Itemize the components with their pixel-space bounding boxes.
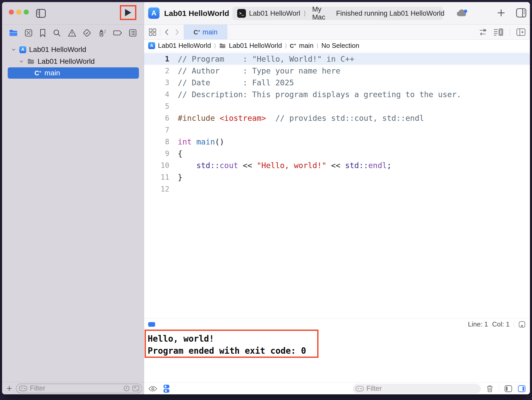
annotation-box-run bbox=[120, 5, 136, 20]
editor-column: C+ main A Lab01 HelloWorld ⟩ Lab01 Hello… bbox=[144, 25, 530, 394]
plus-icon bbox=[496, 8, 506, 18]
app-icon-letter: A bbox=[21, 47, 24, 52]
breadcrumb-project[interactable]: Lab01 HelloWorld bbox=[158, 42, 211, 50]
add-file-button[interactable] bbox=[6, 385, 13, 392]
console-output-text: Hello, world! Program ended with exit co… bbox=[148, 333, 306, 357]
line-number[interactable]: 3 bbox=[144, 78, 169, 87]
breakpoints-navigator-tab[interactable] bbox=[113, 29, 122, 37]
console-filter-input[interactable] bbox=[366, 385, 478, 393]
toggle-debug-area-button[interactable] bbox=[518, 321, 526, 328]
destination-selector[interactable]: My Mac bbox=[312, 5, 325, 21]
code-line-1[interactable]: 1// Program : "Hello, World!" in C++ bbox=[144, 53, 530, 65]
line-number[interactable]: 2 bbox=[144, 67, 169, 75]
adjust-editor-options-button[interactable] bbox=[493, 28, 503, 36]
tree-item-label: main bbox=[45, 69, 60, 77]
toolbar-right: A Lab01 HelloWorld >_ Lab01 HelloWorld ⟩… bbox=[144, 2, 530, 25]
code-line-9[interactable]: 9{ bbox=[144, 148, 530, 159]
run-button[interactable] bbox=[124, 8, 132, 17]
chevron-down-icon[interactable] bbox=[11, 47, 16, 52]
source-control-status-icon[interactable] bbox=[132, 385, 139, 392]
line-number[interactable]: 8 bbox=[144, 138, 169, 146]
code-line-5[interactable]: 5 bbox=[144, 100, 530, 112]
code-line-11[interactable]: 11} bbox=[144, 171, 530, 183]
code-line-6[interactable]: 6#include <iostream> // provides std::co… bbox=[144, 112, 530, 124]
toggle-navigator-sidebar-button[interactable] bbox=[36, 8, 46, 18]
line-number[interactable]: 12 bbox=[144, 185, 169, 193]
line-number[interactable]: 1 bbox=[144, 55, 169, 63]
scheme-selector[interactable]: Lab01 HelloWorld bbox=[249, 10, 300, 17]
console-filter-field[interactable] bbox=[353, 384, 481, 394]
code-text: #include <iostream> // provides std::cou… bbox=[169, 114, 424, 123]
issues-navigator-tab[interactable] bbox=[68, 29, 76, 37]
line-number[interactable]: 6 bbox=[144, 114, 169, 122]
go-forward-button[interactable] bbox=[174, 28, 180, 36]
code-text: std::cout << "Hello, world!" << std::end… bbox=[169, 161, 392, 170]
tree-item-main-selected[interactable]: C+ main bbox=[8, 67, 139, 79]
reports-navigator-tab[interactable] bbox=[128, 29, 137, 37]
code-line-4[interactable]: 4// Description: This program displays a… bbox=[144, 88, 530, 100]
scheme-status-pill[interactable]: >_ Lab01 HelloWorld ⟩ My Mac Finished ru… bbox=[233, 7, 443, 20]
line-number[interactable]: 4 bbox=[144, 90, 169, 99]
code-line-10[interactable]: 10 std::cout << "Hello, world!" << std::… bbox=[144, 159, 530, 171]
line-number[interactable]: 5 bbox=[144, 102, 169, 111]
debug-area-toolbar bbox=[144, 383, 530, 394]
tab-main[interactable]: C+ main bbox=[184, 25, 227, 40]
breakpoint-indicator[interactable] bbox=[148, 322, 155, 327]
code-line-8[interactable]: 8int main() bbox=[144, 136, 530, 148]
chevron-right-icon: ⟩ bbox=[285, 42, 287, 49]
add-button[interactable] bbox=[496, 8, 506, 18]
code-review-button[interactable] bbox=[478, 28, 487, 36]
code-line-7[interactable]: 7 bbox=[144, 124, 530, 136]
project-file-tree: A Lab01 HelloWorld Lab01 HelloWorld C+ m… bbox=[2, 44, 144, 79]
add-editor-button[interactable] bbox=[516, 28, 526, 36]
breadcrumb-file[interactable]: main bbox=[299, 42, 313, 50]
console-view-toggle-button[interactable] bbox=[163, 384, 170, 393]
tree-item-project[interactable]: A Lab01 HelloWorld bbox=[2, 44, 144, 56]
line-number[interactable]: 7 bbox=[144, 126, 169, 134]
sidebar-right-icon bbox=[516, 8, 527, 18]
code-line-2[interactable]: 2// Author : Type your name here bbox=[144, 65, 530, 77]
recent-files-clock-icon[interactable] bbox=[123, 385, 130, 392]
close-window-button[interactable] bbox=[9, 10, 14, 15]
show-variables-view-button[interactable] bbox=[504, 385, 512, 393]
code-line-3[interactable]: 3// Date : Fall 2025 bbox=[144, 77, 530, 88]
cursor-line-indicator: Line: 1 bbox=[468, 320, 488, 328]
play-icon bbox=[124, 8, 132, 17]
chevron-right-icon: ⟩ bbox=[304, 10, 306, 17]
chevron-right-icon: ⟩ bbox=[316, 42, 319, 49]
toggle-inspector-button[interactable] bbox=[516, 8, 527, 18]
cloud-sync-icon bbox=[456, 8, 468, 17]
navigator-filter-field[interactable] bbox=[16, 384, 142, 393]
code-text: { bbox=[169, 149, 182, 158]
debug-navigator-tab[interactable] bbox=[97, 29, 107, 37]
line-number[interactable]: 9 bbox=[144, 149, 169, 158]
chevron-down-icon[interactable] bbox=[19, 59, 24, 64]
source-code-editor[interactable]: 1// Program : "Hello, World!" in C++2// … bbox=[144, 52, 530, 318]
variables-view-eye-button[interactable] bbox=[148, 385, 157, 393]
tree-item-group[interactable]: Lab01 HelloWorld bbox=[2, 56, 144, 67]
activity-status: Finished running Lab01 HelloWorld bbox=[336, 10, 444, 17]
minimize-window-button[interactable] bbox=[16, 10, 21, 15]
show-console-view-button[interactable] bbox=[518, 385, 526, 393]
navigator-filter-input[interactable] bbox=[30, 384, 121, 392]
find-navigator-tab[interactable] bbox=[52, 29, 61, 37]
bookmarks-navigator-tab[interactable] bbox=[39, 29, 46, 37]
debug-console[interactable]: Hello, world! Program ended with exit co… bbox=[144, 330, 530, 383]
code-text: // Date : Fall 2025 bbox=[169, 78, 294, 87]
go-back-button[interactable] bbox=[163, 28, 170, 36]
zoom-window-button[interactable] bbox=[24, 10, 29, 15]
related-items-button[interactable] bbox=[148, 28, 157, 37]
xcode-window: A Lab01 HelloWorld >_ Lab01 HelloWorld ⟩… bbox=[2, 2, 530, 394]
line-number[interactable]: 11 bbox=[144, 173, 169, 181]
breadcrumb-selection[interactable]: No Selection bbox=[321, 42, 359, 50]
tests-navigator-tab[interactable] bbox=[83, 29, 91, 37]
project-navigator-tab[interactable] bbox=[9, 29, 18, 37]
breadcrumb-group[interactable]: Lab01 HelloWorld bbox=[229, 42, 282, 50]
code-line-12[interactable]: 12 bbox=[144, 183, 530, 195]
clear-console-button[interactable] bbox=[486, 385, 494, 393]
filter-icon bbox=[19, 385, 28, 392]
source-control-navigator-tab[interactable] bbox=[24, 29, 33, 37]
traffic-lights bbox=[9, 10, 29, 15]
navigator-filter-bar bbox=[2, 382, 144, 394]
line-number[interactable]: 10 bbox=[144, 161, 169, 170]
